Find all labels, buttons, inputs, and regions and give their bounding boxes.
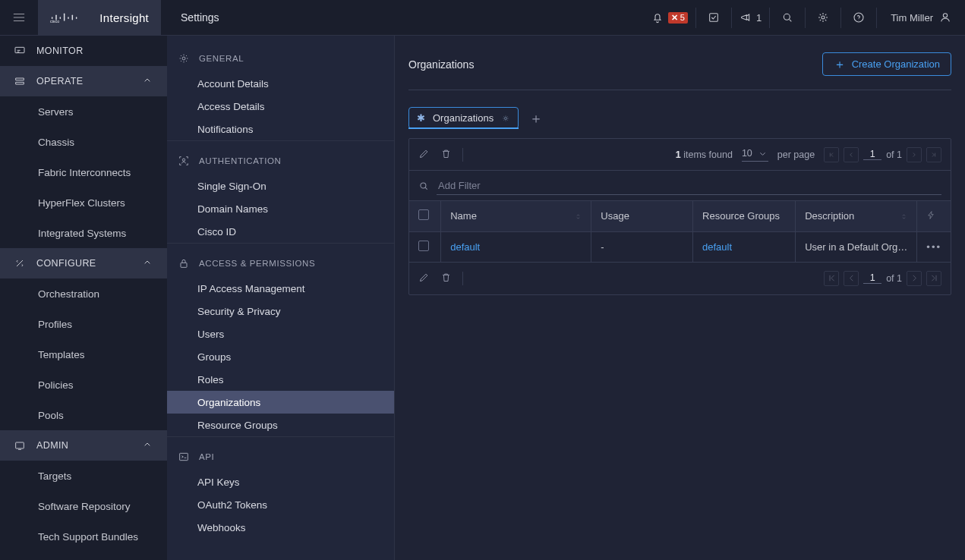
nav-configure-policies[interactable]: Policies xyxy=(0,370,167,400)
search-icon xyxy=(781,11,793,24)
nav-monitor[interactable]: MONITOR xyxy=(0,36,167,66)
nav-configure[interactable]: CONFIGURE xyxy=(0,248,167,278)
cell-usage: - xyxy=(591,231,693,262)
cisco-logo-icon: cisco xyxy=(50,11,90,24)
monitor-icon xyxy=(14,45,26,57)
settings-users[interactable]: Users xyxy=(167,322,394,345)
pager-last[interactable] xyxy=(926,147,941,162)
filter-input[interactable] xyxy=(437,177,941,195)
pager-prev[interactable] xyxy=(844,271,859,286)
edit-button[interactable] xyxy=(418,148,430,162)
svg-point-9 xyxy=(182,57,185,60)
nav-configure-templates[interactable]: Templates xyxy=(0,339,167,370)
settings-notifications[interactable]: Notifications xyxy=(167,118,394,140)
page-title-top: Settings xyxy=(161,11,239,24)
items-found-label: 1 items found xyxy=(676,149,733,160)
nav-admin-software[interactable]: Software Repository xyxy=(0,491,167,521)
settings-roles[interactable]: Roles xyxy=(167,368,394,391)
nav-operate-integrated[interactable]: Integrated Systems xyxy=(0,218,167,248)
settings-ip-access[interactable]: IP Access Management xyxy=(167,277,394,300)
settings-group-auth: AUTHENTICATION xyxy=(167,140,394,175)
settings-resource-groups[interactable]: Resource Groups xyxy=(167,414,394,436)
nav-operate-hyperflex[interactable]: HyperFlex Clusters xyxy=(0,187,167,218)
settings-nav: GENERAL Account Details Access Details N… xyxy=(167,36,395,560)
col-name[interactable]: Name xyxy=(441,201,591,231)
nav-operate[interactable]: OPERATE xyxy=(0,66,167,96)
col-usage[interactable]: Usage xyxy=(591,201,693,231)
create-organization-button[interactable]: ＋ Create Organization xyxy=(822,52,951,76)
tabs-row: ✱ Organizations ＋ xyxy=(408,107,951,129)
page-input-bottom[interactable] xyxy=(863,272,881,284)
svg-point-2 xyxy=(784,14,790,20)
per-page-selector[interactable]: 10 xyxy=(742,148,768,162)
nav-configure-profiles[interactable]: Profiles xyxy=(0,309,167,339)
servers-icon xyxy=(14,75,26,87)
svg-rect-1 xyxy=(710,14,718,22)
settings-cisco-id[interactable]: Cisco ID xyxy=(167,220,394,243)
announcements-button[interactable]: 1 xyxy=(732,0,769,36)
alarm-x-icon: ✕ xyxy=(671,13,678,23)
settings-domain-names[interactable]: Domain Names xyxy=(167,197,394,220)
pencil-icon xyxy=(418,272,430,283)
settings-security-privacy[interactable]: Security & Privacy xyxy=(167,300,394,322)
settings-account-details[interactable]: Account Details xyxy=(167,72,394,95)
brand[interactable]: cisco Intersight xyxy=(38,0,161,36)
delete-button[interactable] xyxy=(440,272,452,285)
select-all-checkbox[interactable] xyxy=(418,209,429,220)
svg-point-14 xyxy=(421,182,426,187)
user-name: Tim Miller xyxy=(891,12,933,24)
hamburger-menu[interactable] xyxy=(0,0,38,36)
nav-admin-targets[interactable]: Targets xyxy=(0,461,167,491)
org-name-link[interactable]: default xyxy=(450,241,480,253)
table-row[interactable]: default - default User in a Default Org…… xyxy=(409,231,951,262)
page-input-top[interactable] xyxy=(863,149,881,160)
settings-webhooks[interactable]: Webhooks xyxy=(167,516,394,539)
settings-sso[interactable]: Single Sign-On xyxy=(167,175,394,197)
svg-point-4 xyxy=(854,13,863,22)
admin-icon xyxy=(14,439,26,451)
row-actions-menu[interactable]: ••• xyxy=(926,241,941,253)
pager-last[interactable] xyxy=(926,271,941,286)
table-header-row: Name Usage Resource Groups Description xyxy=(409,201,951,231)
settings-gear-button[interactable] xyxy=(806,0,840,36)
delete-button[interactable] xyxy=(440,148,452,162)
tab-organizations[interactable]: ✱ Organizations xyxy=(408,107,519,129)
nav-configure-pools[interactable]: Pools xyxy=(0,400,167,430)
settings-api-keys[interactable]: API Keys xyxy=(167,470,394,493)
alarms-button[interactable]: ✕ 5 xyxy=(644,0,695,36)
resource-group-link[interactable]: default xyxy=(702,241,732,253)
edit-button[interactable] xyxy=(418,272,430,285)
nav-operate-chassis[interactable]: Chassis xyxy=(0,127,167,157)
col-description[interactable]: Description xyxy=(796,201,917,231)
help-button[interactable] xyxy=(841,0,876,36)
gear-small-icon[interactable] xyxy=(501,114,510,123)
settings-access-details[interactable]: Access Details xyxy=(167,95,394,118)
table-toolbar-top: 1 items found 10 per page of 1 xyxy=(409,139,951,171)
svg-point-13 xyxy=(505,117,507,119)
settings-groups[interactable]: Groups xyxy=(167,345,394,368)
user-menu[interactable]: Tim Miller xyxy=(877,0,965,36)
pager-prev[interactable] xyxy=(844,147,859,162)
search-button[interactable] xyxy=(770,0,805,36)
col-settings[interactable] xyxy=(917,201,951,231)
nav-admin[interactable]: ADMIN xyxy=(0,430,167,461)
row-checkbox[interactable] xyxy=(418,241,429,251)
settings-oauth2[interactable]: OAuth2 Tokens xyxy=(167,493,394,516)
nav-configure-orchestration[interactable]: Orchestration xyxy=(0,278,167,309)
settings-organizations[interactable]: Organizations xyxy=(167,391,394,414)
top-right-controls: ✕ 5 1 Tim Miller xyxy=(644,0,965,36)
pager-first[interactable] xyxy=(824,271,839,286)
tasks-button[interactable] xyxy=(696,0,731,36)
page-total-label: of 1 xyxy=(886,273,902,284)
col-resource-groups[interactable]: Resource Groups xyxy=(693,201,796,231)
nav-admin-tech[interactable]: Tech Support Bundles xyxy=(0,521,167,552)
nav-operate-fabric[interactable]: Fabric Interconnects xyxy=(0,157,167,187)
gear-icon xyxy=(817,11,829,24)
add-tab-button[interactable]: ＋ xyxy=(526,109,546,128)
tools-icon xyxy=(14,257,26,269)
nav-operate-servers[interactable]: Servers xyxy=(0,96,167,127)
pager-first[interactable] xyxy=(824,147,839,162)
per-page-label: per page xyxy=(777,149,815,160)
pager-next[interactable] xyxy=(907,147,922,162)
pager-next[interactable] xyxy=(907,271,922,286)
